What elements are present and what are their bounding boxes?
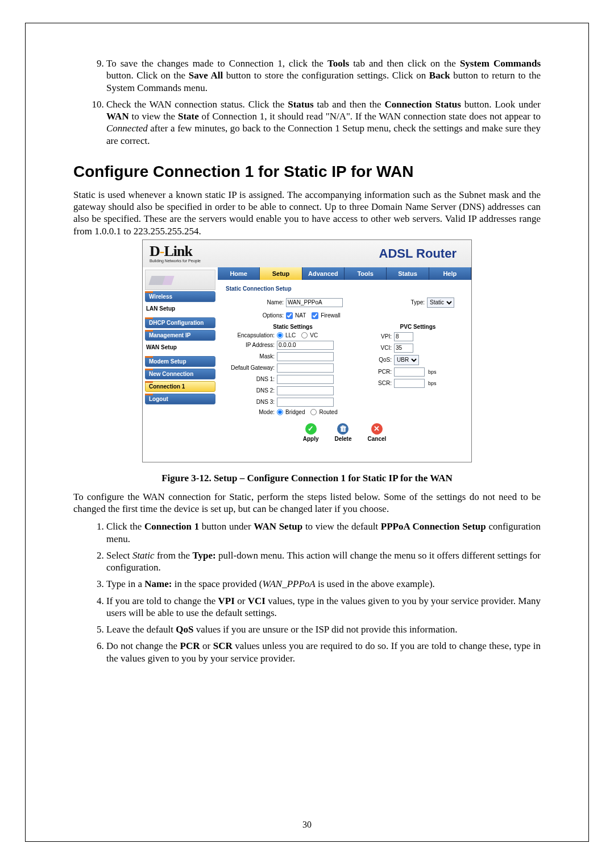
label-routed: Routed xyxy=(319,409,337,415)
step-9: To save the changes made to Connection 1… xyxy=(106,57,541,94)
nav-group-lan: LAN Setup xyxy=(146,305,215,312)
figure-caption: Figure 3-12. Setup – Configure Connectio… xyxy=(73,473,541,484)
radio-bridged[interactable] xyxy=(277,409,283,415)
nav-group-wan: WAN Setup xyxy=(146,344,215,350)
label-dns1: DNS 1: xyxy=(226,376,275,382)
input-gateway[interactable] xyxy=(277,363,334,373)
input-dns2[interactable] xyxy=(277,386,334,395)
step-b2: Select Static from the Type: pull-down m… xyxy=(106,549,541,574)
static-settings-title: Static Settings xyxy=(226,324,360,330)
label-bridged: Bridged xyxy=(285,409,305,415)
unit-bps-pcr: bps xyxy=(428,369,437,375)
close-icon: ✕ xyxy=(371,423,383,435)
step-b1: Click the Connection 1 button under WAN … xyxy=(106,520,541,545)
brand-logo: D-Link xyxy=(150,244,201,259)
nav-logout[interactable]: Logout xyxy=(145,394,215,404)
label-vpi: VPI: xyxy=(372,333,392,340)
label-firewall: Firewall xyxy=(321,312,340,319)
wireless-thumbnail xyxy=(145,270,215,290)
router-header: D-Link Building Networks for People ADSL… xyxy=(143,240,471,267)
label-name: Name: xyxy=(235,299,284,305)
nav-dhcp-configuration[interactable]: DHCP Configuration xyxy=(145,317,215,328)
step-b3: Type in a Name: in the space provided (W… xyxy=(106,578,541,590)
label-pcr: PCR: xyxy=(372,369,392,375)
tab-setup[interactable]: Setup xyxy=(260,267,302,280)
after-caption-paragraph: To configure the WAN connection for Stat… xyxy=(73,491,541,515)
section-title: Static Connection Setup xyxy=(226,286,463,292)
apply-label: Apply xyxy=(303,436,319,442)
nav-modem-setup[interactable]: Modem Setup xyxy=(145,356,215,367)
input-ip[interactable] xyxy=(277,341,334,350)
checkbox-nat[interactable] xyxy=(286,312,293,319)
nav-wireless[interactable]: Wireless xyxy=(145,291,215,302)
nav-new-connection[interactable]: New Connection xyxy=(145,369,215,379)
label-type: Type: xyxy=(402,299,425,305)
label-gateway: Default Gateway: xyxy=(226,365,275,371)
radio-llc[interactable] xyxy=(277,332,283,338)
checkbox-firewall[interactable] xyxy=(312,312,318,319)
tab-home[interactable]: Home xyxy=(218,267,260,280)
router-screenshot: D-Link Building Networks for People ADSL… xyxy=(142,239,472,462)
input-name[interactable] xyxy=(286,298,343,307)
apply-button[interactable]: ✓ Apply xyxy=(303,423,319,442)
tab-help[interactable]: Help xyxy=(429,267,471,280)
input-vpi[interactable] xyxy=(394,332,413,341)
unit-bps-scr: bps xyxy=(428,381,437,386)
cancel-button[interactable]: ✕ Cancel xyxy=(368,423,387,442)
step-b4: If you are told to change the VPI or VCI… xyxy=(106,595,541,619)
intro-paragraph: Static is used whenever a known static I… xyxy=(73,189,541,237)
radio-vc[interactable] xyxy=(301,332,308,338)
tab-tools[interactable]: Tools xyxy=(345,267,387,280)
label-mode: Mode: xyxy=(226,409,275,415)
label-options: Options: xyxy=(235,312,284,319)
cancel-label: Cancel xyxy=(368,436,387,442)
trash-icon: 🗑 xyxy=(337,423,349,435)
label-ip: IP Address: xyxy=(226,342,275,348)
tab-status[interactable]: Status xyxy=(387,267,429,280)
delete-button[interactable]: 🗑 Delete xyxy=(334,423,351,442)
label-qos: QoS: xyxy=(372,357,392,363)
label-dns3: DNS 3: xyxy=(226,399,275,405)
input-mask[interactable] xyxy=(277,352,334,361)
step-b6: Do not change the PCR or SCR values unle… xyxy=(106,640,541,664)
label-vc: VC xyxy=(310,332,318,338)
input-pcr[interactable] xyxy=(394,367,425,377)
check-icon: ✓ xyxy=(305,423,317,435)
label-nat: NAT xyxy=(295,312,306,319)
input-vci[interactable] xyxy=(394,344,413,353)
label-llc: LLC xyxy=(285,332,296,338)
label-mask: Mask: xyxy=(226,353,275,359)
page-number: 30 xyxy=(73,808,541,830)
radio-routed[interactable] xyxy=(310,409,317,415)
pvc-settings-title: PVC Settings xyxy=(372,324,463,330)
input-dns3[interactable] xyxy=(277,398,334,407)
label-scr: SCR: xyxy=(372,380,392,386)
brand-tagline: Building Networks for People xyxy=(150,259,201,263)
router-title: ADSL Router xyxy=(379,246,457,261)
nav-management-ip[interactable]: Management IP xyxy=(145,330,215,341)
tab-advanced[interactable]: Advanced xyxy=(302,267,345,280)
input-dns1[interactable] xyxy=(277,375,334,384)
select-type[interactable]: Static xyxy=(427,297,454,308)
label-encapsulation: Encapsulation: xyxy=(226,332,275,338)
nav-connection-1[interactable]: Connection 1 xyxy=(145,381,215,392)
step-b5: Leave the default QoS values if you are … xyxy=(106,623,541,635)
section-heading: Configure Connection 1 for Static IP for… xyxy=(73,163,541,181)
input-scr[interactable] xyxy=(394,379,425,388)
step-10: Check the WAN connection status. Click t… xyxy=(106,98,541,147)
select-qos[interactable]: UBR xyxy=(394,355,419,365)
label-dns2: DNS 2: xyxy=(226,387,275,394)
label-vci: VCI: xyxy=(372,345,392,351)
delete-label: Delete xyxy=(334,436,351,442)
